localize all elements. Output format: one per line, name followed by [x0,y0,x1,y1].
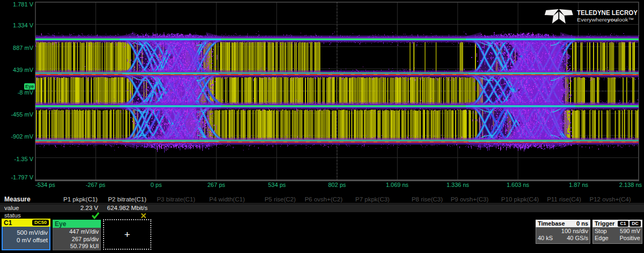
svg-text:-455 mV: -455 mV [11,111,33,118]
svg-text:1.603 ns: 1.603 ns [507,182,530,188]
svg-text:439 mV: 439 mV [13,67,34,73]
svg-text:887 mV: 887 mV [13,45,34,51]
svg-text:2.138 ns: 2.138 ns [619,182,642,188]
svg-text:Eye: Eye [25,84,34,89]
svg-text:-1.35 V: -1.35 V [14,156,34,162]
svg-text:1.334 V: 1.334 V [13,22,34,28]
svg-text:-267 ps: -267 ps [86,182,106,188]
svg-text:534 ps: 534 ps [268,182,286,188]
svg-text:Everywhereyoulook™: Everywhereyoulook™ [577,17,634,23]
svg-text:1.781 V: 1.781 V [13,1,34,8]
svg-text:-1.797 V: -1.797 V [11,174,33,180]
svg-text:-534 ps: -534 ps [35,182,55,188]
svg-text:1.87 ns: 1.87 ns [569,182,589,188]
svg-text:0 ps: 0 ps [151,182,162,188]
svg-text:802 ps: 802 ps [328,182,346,188]
svg-text:1.069 ns: 1.069 ns [386,182,409,188]
svg-text:-8 mV: -8 mV [18,89,34,96]
svg-text:TELEDYNE LECROY: TELEDYNE LECROY [577,9,638,17]
svg-text:-902 mV: -902 mV [11,133,33,140]
svg-text:1.336 ns: 1.336 ns [447,182,470,188]
svg-text:267 ps: 267 ps [207,182,225,188]
